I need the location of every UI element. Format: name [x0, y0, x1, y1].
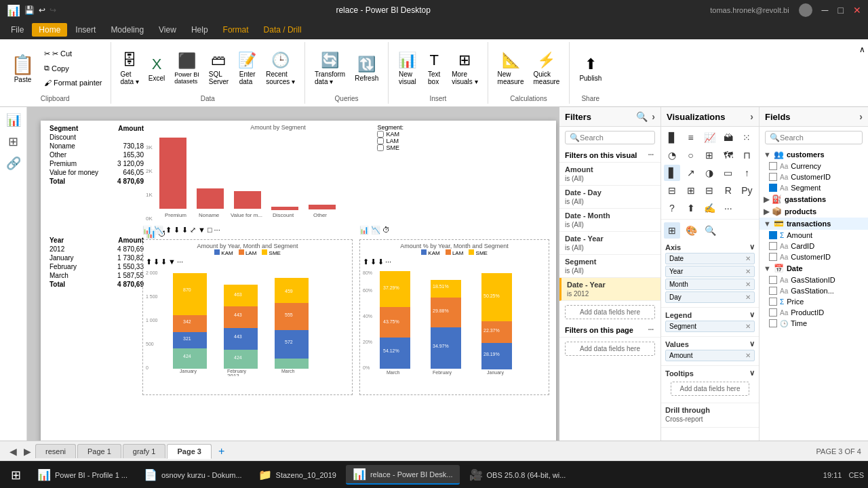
filter-amount[interactable]: Amount is (All): [559, 163, 660, 186]
fields-expand-icon[interactable]: ›: [859, 111, 863, 122]
paste-button[interactable]: 📋 Paste: [5, 47, 40, 90]
axis-year-remove[interactable]: ✕: [745, 268, 751, 275]
redo-icon[interactable]: ↪: [50, 5, 56, 15]
viz-expand-icon[interactable]: ›: [750, 111, 753, 122]
bar-chart-icon-1[interactable]: 📊: [142, 226, 152, 235]
viz-analytics-view[interactable]: 🔍: [702, 222, 718, 239]
viz-combo[interactable]: ↗: [683, 165, 699, 181]
filter-expand-icon[interactable]: ›: [652, 111, 655, 122]
pct-more-icon[interactable]: ···: [385, 258, 391, 266]
viz-funnel[interactable]: ⊓: [738, 147, 755, 163]
viz-tooltips-label[interactable]: Tooltips ∨: [665, 369, 755, 378]
viz-line-chart[interactable]: 📈: [701, 129, 717, 146]
stacked-collapse-icon[interactable]: ⬇: [153, 258, 159, 266]
filter-date-month[interactable]: Date - Month is (All): [559, 209, 660, 232]
nav-report-icon[interactable]: 📊: [6, 113, 21, 127]
viz-matrix[interactable]: ⊟: [701, 182, 717, 199]
menu-insert[interactable]: Insert: [68, 23, 102, 37]
viz-stacked-col[interactable]: ▋: [664, 165, 680, 181]
tab-page3[interactable]: Page 3: [167, 444, 211, 459]
stacked-more-icon[interactable]: ···: [177, 258, 183, 266]
viz-area-chart[interactable]: 🏔: [720, 129, 736, 146]
ribbon-collapse-button[interactable]: ∧: [856, 42, 868, 57]
gasstations-expand[interactable]: ▶: [764, 195, 769, 204]
pct-collapse-icon[interactable]: ⬇: [370, 258, 376, 266]
maximize-button[interactable]: □: [838, 5, 844, 16]
tab-grafy1[interactable]: grafy 1: [123, 444, 166, 458]
minimize-button[interactable]: ─: [822, 5, 829, 16]
stacked-drill-icon[interactable]: ⬇: [161, 258, 167, 266]
fields-time[interactable]: 🕒 Time: [760, 318, 868, 329]
publish-button[interactable]: ⬆ Publish: [575, 47, 606, 90]
legend-segment-remove[interactable]: ✕: [745, 323, 751, 330]
viz-table[interactable]: ⊞: [683, 182, 699, 199]
menu-home[interactable]: Home: [32, 23, 67, 37]
gasstation2-checkbox[interactable]: [769, 287, 777, 295]
tab-nav-right[interactable]: ▶: [21, 445, 34, 458]
fields-products-table[interactable]: ▶ 📦 products: [760, 205, 868, 218]
gasstationid-checkbox[interactable]: [769, 276, 777, 284]
viz-axis-date[interactable]: Date ✕: [665, 253, 755, 264]
viz-bar-chart[interactable]: ▊: [664, 129, 680, 146]
viz-treemap[interactable]: ⊞: [701, 147, 717, 163]
price-checkbox[interactable]: [769, 298, 777, 306]
undo-icon[interactable]: ↩: [39, 5, 45, 15]
pct-expand-icon[interactable]: ⬆: [363, 258, 369, 266]
right-line-icon[interactable]: 📉: [371, 226, 380, 235]
currency-checkbox[interactable]: [769, 162, 777, 170]
products-expand[interactable]: ▶: [764, 207, 769, 216]
text-box-button[interactable]: T Textbox: [422, 47, 446, 90]
fields-search-input[interactable]: [780, 134, 858, 142]
viz-legend-segment[interactable]: Segment ✕: [665, 321, 755, 332]
tab-add-button[interactable]: +: [213, 444, 230, 459]
viz-format-view[interactable]: 🎨: [683, 222, 699, 239]
viz-pie[interactable]: ◔: [664, 147, 680, 163]
powerbi-datasets-button[interactable]: ⬛ Power BIdatasets: [170, 47, 203, 90]
axis-date-remove[interactable]: ✕: [745, 255, 751, 262]
nav-model-icon[interactable]: 🔗: [6, 156, 21, 171]
pct-drill-icon[interactable]: ⬇: [378, 258, 384, 266]
menu-modeling[interactable]: Modeling: [104, 23, 151, 37]
taskbar-obs[interactable]: 🎥 OBS 25.0.8 (64-bit, wi...: [462, 466, 573, 484]
axis-month-remove[interactable]: ✕: [745, 281, 751, 288]
fields-search-box[interactable]: 🔍: [765, 131, 863, 144]
taskbar-word-doc[interactable]: 📄 osnovy kurzu - Dokum...: [137, 466, 249, 484]
viz-decomp[interactable]: ⬆: [683, 200, 699, 216]
filter-date-year[interactable]: Date - Year is (All): [559, 232, 660, 255]
recent-sources-button[interactable]: 🕒 Recentsources ▾: [262, 47, 299, 90]
fields-productid[interactable]: Aa ProductID: [760, 307, 868, 318]
drill-down-icon[interactable]: ⬇: [174, 226, 180, 235]
fields-cardid[interactable]: Aa CardID: [760, 241, 868, 251]
taskbar-relace[interactable]: 📊 relace - Power BI Desk...: [346, 465, 460, 485]
excel-button[interactable]: X Excel: [144, 47, 169, 90]
fields-trans-customerid[interactable]: Aa CustomerID: [760, 251, 868, 262]
close-button[interactable]: ✕: [853, 5, 861, 16]
viz-map[interactable]: 🗺: [720, 147, 736, 163]
menu-view[interactable]: View: [152, 23, 183, 37]
viz-legend-label[interactable]: Legend ∨: [665, 310, 755, 319]
trans-customerid-checkbox[interactable]: [769, 253, 777, 261]
right-timer-icon[interactable]: ⏱: [382, 226, 390, 235]
axis-day-remove[interactable]: ✕: [745, 293, 751, 301]
new-measure-button[interactable]: 📐 Newmeasure: [494, 47, 528, 90]
menu-help[interactable]: Help: [184, 23, 215, 37]
fields-gasstation2[interactable]: Aa GasStation...: [760, 285, 868, 296]
cardid-checkbox[interactable]: [769, 242, 777, 250]
amount-checkbox[interactable]: [769, 231, 777, 239]
viz-kpi[interactable]: ↑: [738, 165, 755, 181]
tooltips-add-data[interactable]: Add data fields here: [671, 382, 749, 396]
stacked-filter-icon[interactable]: ▼: [168, 258, 176, 266]
viz-clustered-bar[interactable]: ≡: [683, 129, 699, 146]
taskbar-powerbi-profile[interactable]: 📊 Power BI - Profile 1 ...: [31, 466, 134, 484]
fields-segment[interactable]: Aa Segment: [760, 182, 868, 193]
taskbar-folder[interactable]: 📁 Stazeno_10_2019: [252, 466, 343, 484]
menu-file[interactable]: File: [4, 23, 31, 37]
customerid-checkbox[interactable]: [769, 173, 777, 181]
nav-data-icon[interactable]: ⊞: [8, 134, 18, 149]
tab-page1[interactable]: Page 1: [77, 444, 121, 458]
expand-icon[interactable]: ⤢: [190, 226, 196, 235]
viz-values-amount[interactable]: Amount ✕: [665, 350, 755, 361]
viz-r-visual[interactable]: R: [720, 182, 736, 199]
viz-donut[interactable]: ○: [683, 147, 699, 163]
customers-expand[interactable]: ▼: [764, 150, 771, 159]
